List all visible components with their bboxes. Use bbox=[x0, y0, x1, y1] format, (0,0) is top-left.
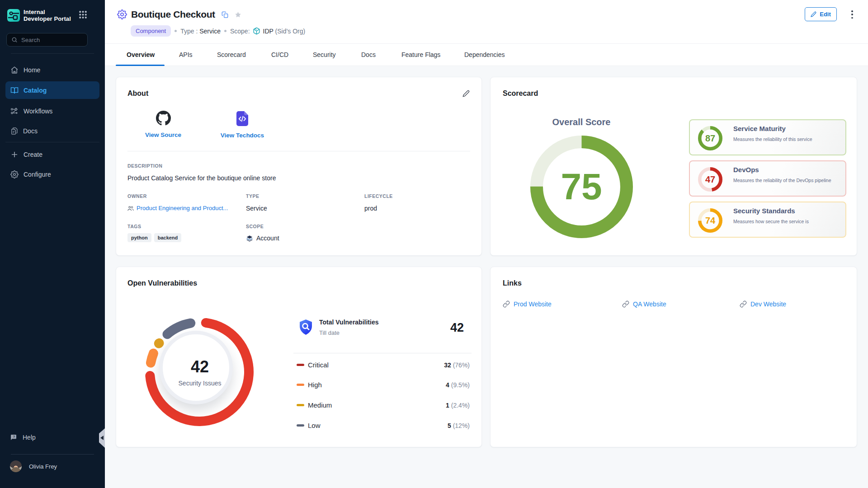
svg-text:?: ? bbox=[13, 435, 15, 439]
